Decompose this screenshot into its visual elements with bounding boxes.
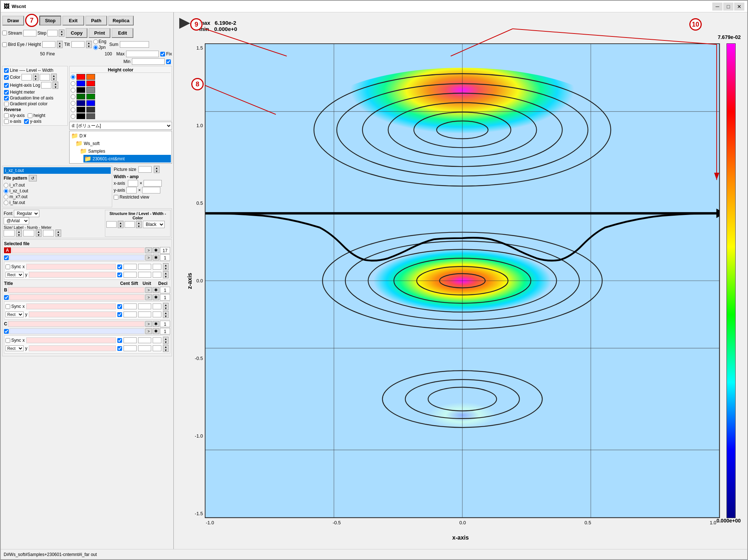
height-axis-label[interactable]: Height-axis Log — [4, 83, 40, 88]
font-style-select[interactable]: Regular — [14, 210, 39, 217]
color-checkbox[interactable] — [4, 75, 9, 80]
color-spinner1[interactable]: ▲ ▼ — [33, 74, 39, 81]
sync-c-y-input[interactable] — [29, 345, 116, 351]
sax-down[interactable]: ▼ — [163, 267, 168, 270]
color-swatch-dkgray6[interactable] — [86, 107, 95, 113]
font-size[interactable]: 23 — [4, 230, 15, 236]
sync-c-x-spinner[interactable]: ▲ ▼ — [163, 337, 169, 344]
sync-b-y-v1[interactable]: 0.0 — [124, 312, 137, 317]
close-button[interactable]: ✕ — [734, 3, 744, 11]
fp-option-3-label[interactable]: m_x?.out — [4, 194, 111, 199]
y-axis-label[interactable]: y-axis — [24, 119, 41, 124]
swidth-down[interactable]: ▼ — [136, 224, 141, 228]
line-check-label[interactable]: Line ---- Level -- Width — [4, 68, 66, 73]
sync-a-x-v3[interactable]: 1 — [153, 264, 161, 270]
sync-a-checkbox[interactable] — [5, 265, 10, 269]
x-axis-checkbox[interactable] — [4, 119, 9, 124]
color-down1[interactable]: ▼ — [33, 77, 38, 81]
height-rev-checkbox[interactable] — [28, 113, 32, 118]
row-b2-star[interactable]: ✱ — [153, 294, 159, 300]
fp-option-2-label[interactable]: i_xz_t.out — [4, 188, 111, 193]
hcolor-radio-3[interactable] — [71, 88, 75, 93]
scy-down[interactable]: ▼ — [163, 348, 168, 352]
row-c-arrow[interactable]: > — [145, 321, 152, 327]
height-meter-checkbox[interactable] — [4, 90, 9, 95]
fsize-spinner[interactable]: ▲ ▼ — [16, 230, 22, 237]
fp-option-4-label[interactable]: i_far.out — [4, 200, 111, 205]
birdeye-checkbox[interactable] — [2, 42, 7, 47]
xy-axis-checkbox[interactable] — [4, 113, 9, 118]
gradient-checkbox[interactable] — [4, 102, 9, 106]
sync-c-x-v2[interactable]: 0.2 — [138, 337, 151, 343]
draw-button[interactable]: Draw — [2, 16, 24, 26]
sync-c-x-v1[interactable]: 0.0 — [124, 337, 137, 343]
step-value[interactable]: 1 — [47, 30, 58, 36]
sync-b-x-check[interactable] — [117, 304, 122, 309]
hcolor-radio-6[interactable] — [71, 107, 75, 112]
sync-c-y-v1[interactable]: 0.0 — [124, 345, 137, 351]
play-button[interactable] — [179, 18, 190, 29]
y-axis-checkbox[interactable] — [24, 119, 29, 124]
picture-size-value[interactable]: 100 — [138, 166, 152, 173]
struct-color-select[interactable]: Black — [143, 221, 165, 228]
drive-select[interactable]: d: [ボリューム] — [69, 122, 172, 130]
row-a-path[interactable]: D:¥Ws_soft¥Samples¥230601-cnt&mnt¥i_xz_t… — [12, 247, 145, 253]
height-rev-label[interactable]: height — [28, 113, 46, 118]
hcolor-radio-1[interactable] — [71, 75, 75, 79]
scy-up[interactable]: ▲ — [163, 345, 168, 348]
tree-item-wssoft[interactable]: 📁 Ws_soft — [75, 140, 171, 147]
maximize-button[interactable]: □ — [723, 3, 733, 11]
color-swatch-gray3[interactable] — [86, 87, 95, 93]
row-a2-arrow[interactable]: > — [145, 255, 152, 261]
path-button[interactable]: Path — [85, 16, 107, 26]
color-swatch-blue2[interactable] — [77, 81, 85, 86]
sync-a-y-check[interactable] — [117, 273, 122, 277]
font-name-select[interactable]: @Arial — [4, 217, 29, 224]
row-b-input[interactable] — [8, 287, 145, 293]
tilt-value[interactable]: 30 — [71, 41, 85, 48]
slevel-up[interactable]: ▲ — [118, 221, 123, 224]
color-swatch-dkgreen4[interactable] — [77, 94, 85, 99]
birdeye-checkbox-label[interactable]: Bird Eye / Height — [2, 42, 41, 47]
row-c-input[interactable] — [8, 321, 145, 327]
fix-max-checkbox[interactable] — [160, 52, 165, 56]
max-value[interactable]: 7.679e-02 — [126, 51, 159, 57]
swidth-spinner[interactable]: ▲ ▼ — [136, 221, 142, 228]
restricted-checkbox[interactable] — [114, 195, 118, 200]
wa-xval1[interactable]: 1.0 — [128, 180, 138, 187]
stream-value[interactable]: 17 — [23, 30, 36, 36]
sync-c-x-check[interactable] — [117, 338, 122, 343]
color-val2[interactable]: 1 — [40, 74, 50, 81]
height-axis-val[interactable]: 1 — [41, 82, 51, 89]
sync-b-x-spinner[interactable]: ▲ ▼ — [163, 303, 169, 310]
sync-b-y-input[interactable] — [29, 312, 116, 317]
color-swatch-red1[interactable] — [77, 74, 85, 80]
ha-up[interactable]: ▲ — [53, 82, 58, 85]
row-c2-path[interactable]: D:¥Ws_soft¥Samples¥230601-cnt&mnt¥i_far.… — [9, 328, 145, 334]
step-down[interactable]: ▼ — [59, 33, 64, 36]
gradient-label[interactable]: Gradient pixel color — [4, 101, 66, 106]
say-down[interactable]: ▼ — [163, 275, 168, 278]
row-a-arrow[interactable]: > — [145, 247, 152, 253]
fp-radio-1[interactable] — [4, 183, 8, 188]
row-a2-checkbox[interactable] — [4, 255, 9, 260]
hcolor-radio-5[interactable] — [71, 101, 75, 106]
ha-down[interactable]: ▼ — [53, 85, 58, 89]
sbx-down[interactable]: ▼ — [163, 306, 168, 310]
print-button[interactable]: Print — [89, 28, 110, 38]
eng-radio[interactable] — [93, 39, 98, 44]
sync-a-x-v2[interactable]: 0.5 — [138, 264, 151, 270]
sync-b-y-v3[interactable]: 0 — [153, 312, 161, 317]
birdeye-height[interactable]: 20 — [42, 41, 55, 48]
xy-axis-label[interactable]: x/y-axis — [4, 113, 25, 118]
height-up[interactable]: ▲ — [57, 41, 62, 44]
row-b2-arrow[interactable]: > — [145, 294, 152, 300]
tilt-up[interactable]: ▲ — [86, 41, 91, 44]
step-up[interactable]: ▲ — [59, 30, 64, 33]
fnumb-down[interactable]: ▼ — [36, 233, 41, 236]
sync-a-y-axis[interactable]: z-axis — [29, 272, 116, 278]
sync-b-x-input[interactable] — [26, 304, 116, 309]
graduation-checkbox[interactable] — [4, 96, 9, 101]
sync-b-y-v2[interactable]: 2 — [138, 312, 151, 317]
fp-refresh-button[interactable]: ↺ — [29, 175, 37, 181]
